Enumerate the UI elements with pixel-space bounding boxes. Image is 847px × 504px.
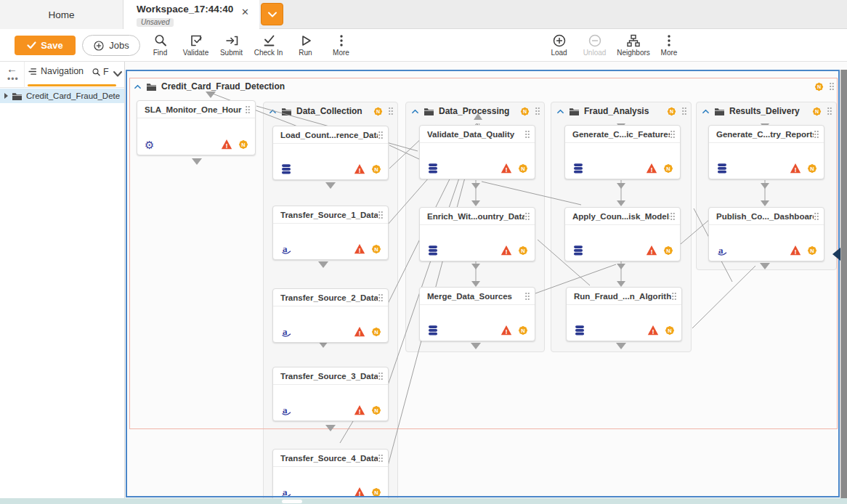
warning-icon[interactable] xyxy=(790,163,801,174)
sidebar-more-icon[interactable]: ••• xyxy=(7,74,19,84)
drag-handle-icon[interactable] xyxy=(378,293,384,302)
drag-handle-icon[interactable] xyxy=(388,107,394,115)
notification-badge-icon[interactable] xyxy=(370,405,382,416)
neighbors-button[interactable]: Neighbors xyxy=(612,32,654,57)
job-node[interactable]: Transfer_Source_2_Data xyxy=(272,288,389,343)
job-node[interactable]: Load_Count...rence_Data xyxy=(272,126,389,180)
job-node[interactable]: Transfer_Source_3_Data xyxy=(272,367,389,421)
notification-badge-icon[interactable] xyxy=(517,163,529,174)
notification-badge-icon[interactable] xyxy=(666,106,677,117)
checkin-button[interactable]: Check In xyxy=(249,32,288,57)
tab-workspace[interactable]: Workspace_17:44:40 Unsaved ✕ xyxy=(123,0,259,29)
warning-icon[interactable] xyxy=(221,139,232,150)
drag-handle-icon[interactable] xyxy=(681,107,687,115)
job-node[interactable]: Merge_Data_Sources xyxy=(419,287,535,341)
drag-handle-icon[interactable] xyxy=(378,372,384,381)
drag-handle-icon[interactable] xyxy=(829,82,835,91)
job-node[interactable]: Run_Fraud_...n_Algorith xyxy=(566,287,682,341)
collapse-chevron-icon[interactable] xyxy=(411,108,419,115)
warning-icon[interactable] xyxy=(354,163,365,175)
drag-handle-icon[interactable] xyxy=(671,292,677,301)
find-button[interactable]: Find xyxy=(142,32,178,57)
more-right-button[interactable]: More xyxy=(654,32,684,57)
collapse-chevron-icon[interactable] xyxy=(556,108,564,115)
job-node[interactable]: Transfer_Source_1_Data xyxy=(272,206,389,260)
drag-handle-icon[interactable] xyxy=(814,130,819,139)
drag-handle-icon[interactable] xyxy=(670,212,676,221)
unload-button[interactable]: Unload xyxy=(577,32,612,57)
jobs-button[interactable]: Jobs xyxy=(82,35,140,56)
notification-badge-icon[interactable] xyxy=(814,81,824,92)
tab-home[interactable]: Home xyxy=(0,0,123,29)
notification-badge-icon[interactable] xyxy=(517,325,529,336)
drag-handle-icon[interactable] xyxy=(524,212,530,221)
run-button[interactable]: Run xyxy=(288,32,323,57)
drag-handle-icon[interactable] xyxy=(535,107,540,115)
collapse-chevron-icon[interactable] xyxy=(269,108,277,115)
job-node[interactable]: Publish_Co..._Dashboard xyxy=(708,207,824,261)
notification-badge-icon[interactable] xyxy=(811,106,822,117)
drag-handle-icon[interactable] xyxy=(814,212,819,221)
warning-icon[interactable] xyxy=(646,163,657,174)
validate-button[interactable]: Validate xyxy=(178,32,214,57)
drag-handle-icon[interactable] xyxy=(827,107,832,115)
warning-icon[interactable] xyxy=(354,326,365,338)
back-arrow-icon[interactable]: ← xyxy=(7,62,17,75)
root-group-header[interactable]: Credit_Card_Fraud_Detection xyxy=(129,79,838,94)
job-node[interactable]: Validate_Data_Quality xyxy=(419,125,535,179)
warning-icon[interactable] xyxy=(790,245,801,256)
notification-badge-icon[interactable] xyxy=(806,163,818,174)
drag-handle-icon[interactable] xyxy=(245,105,251,114)
notification-badge-icon[interactable] xyxy=(664,325,676,336)
notification-badge-icon[interactable] xyxy=(519,106,530,117)
warning-icon[interactable] xyxy=(354,243,365,255)
drag-handle-icon[interactable] xyxy=(378,211,384,219)
job-node[interactable]: Enrich_Wit...ountry_Data xyxy=(419,207,535,261)
drag-handle-icon[interactable] xyxy=(378,454,384,463)
job-node[interactable]: Generate_C...try_Reports xyxy=(708,125,824,179)
job-node[interactable]: Transfer_Source_4_Data xyxy=(272,449,389,498)
horizontal-scrollbar[interactable] xyxy=(0,498,847,504)
warning-icon[interactable] xyxy=(646,245,657,256)
notification-badge-icon[interactable] xyxy=(238,139,249,150)
horizontal-scrollbar-thumb[interactable] xyxy=(282,500,302,503)
save-button[interactable]: Save xyxy=(15,36,76,55)
tab-navigation[interactable]: Navigation xyxy=(28,66,84,76)
collapse-chevron-icon[interactable] xyxy=(702,108,710,115)
job-node[interactable]: Apply_Coun...isk_Models xyxy=(564,207,681,261)
drag-handle-icon[interactable] xyxy=(670,130,676,139)
right-panel-expand-handle[interactable] xyxy=(832,248,840,261)
notification-badge-icon[interactable] xyxy=(662,245,674,256)
job-node-sla-monitor[interactable]: SLA_Monitor_One_Hour ⚙ xyxy=(137,100,256,155)
notification-badge-icon[interactable] xyxy=(370,163,382,175)
job-node[interactable]: Generate_C...ic_Features xyxy=(564,125,681,179)
warning-icon[interactable] xyxy=(647,325,659,336)
drag-handle-icon[interactable] xyxy=(524,292,530,301)
warning-icon[interactable] xyxy=(500,245,512,256)
notification-badge-icon[interactable] xyxy=(370,487,382,498)
notification-badge-icon[interactable] xyxy=(370,243,382,255)
tree-expander-icon[interactable] xyxy=(4,93,8,99)
drag-handle-icon[interactable] xyxy=(524,130,530,139)
notification-badge-icon[interactable] xyxy=(373,106,384,117)
tab-find-partial[interactable]: F xyxy=(92,67,109,77)
more-button[interactable]: More xyxy=(323,32,359,57)
drag-handle-icon[interactable] xyxy=(378,131,384,139)
submit-button[interactable]: Submit xyxy=(214,32,249,57)
workflow-canvas[interactable]: Data_Collection Data_Processing Fraud_An… xyxy=(125,62,847,498)
collapse-chevron-icon[interactable] xyxy=(134,84,142,90)
workspace-menu-button[interactable] xyxy=(261,3,283,25)
warning-icon[interactable] xyxy=(500,325,512,336)
notification-badge-icon[interactable] xyxy=(662,163,674,174)
chevron-down-icon[interactable] xyxy=(113,68,123,81)
close-tab-icon[interactable]: ✕ xyxy=(241,7,249,17)
notification-badge-icon[interactable] xyxy=(370,326,382,338)
warning-icon[interactable] xyxy=(354,405,365,416)
notification-badge-icon[interactable] xyxy=(517,245,529,256)
warning-icon[interactable] xyxy=(500,163,512,174)
tree-item-credit-card-fraud[interactable]: Credit_Card_Fraud_Dete xyxy=(0,89,125,103)
vertical-scrollbar[interactable] xyxy=(840,70,847,498)
load-button[interactable]: Load xyxy=(541,32,577,57)
warning-icon[interactable] xyxy=(354,487,365,498)
notification-badge-icon[interactable] xyxy=(806,245,818,256)
